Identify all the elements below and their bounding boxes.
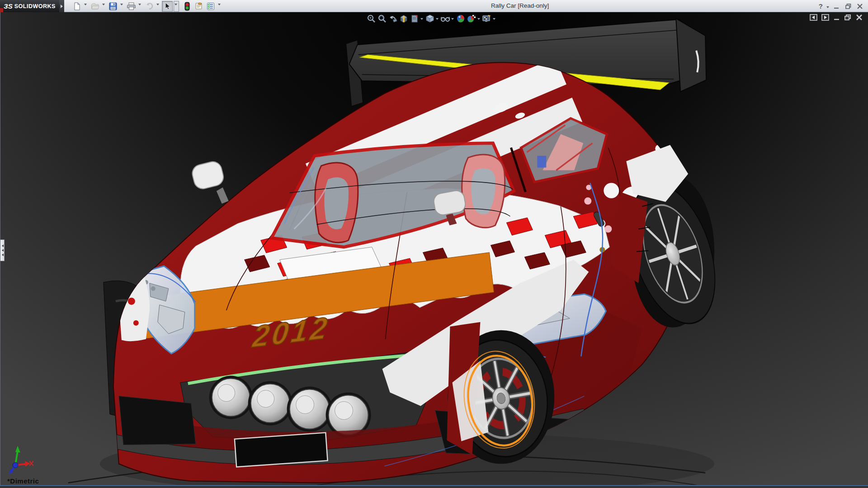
taskbar-edge: [0, 485, 868, 488]
dropdown-caret-icon: [175, 4, 177, 7]
file-properties-icon: [194, 2, 203, 10]
previous-view-button[interactable]: [387, 13, 398, 23]
pane-right-icon: [821, 14, 829, 21]
view-orientation-icon: [425, 14, 434, 23]
new-document-icon: [73, 2, 81, 10]
restore-icon: [845, 3, 852, 9]
graphics-viewport[interactable]: 2012: [0, 12, 868, 485]
select-button[interactable]: [162, 1, 173, 12]
minimize-button[interactable]: [832, 2, 841, 11]
window-controls: ?: [818, 0, 864, 12]
heads-up-view-toolbar: [366, 13, 496, 23]
apply-scene-button[interactable]: [466, 13, 476, 23]
dropdown-caret-icon: [102, 4, 105, 7]
open-dropdown[interactable]: [101, 1, 107, 12]
pane-right-button[interactable]: [821, 14, 829, 21]
restore-document-icon: [844, 14, 852, 21]
undo-dropdown[interactable]: [156, 1, 161, 12]
help-dropdown[interactable]: [826, 6, 829, 9]
solidworks-logo: ЗS SOLIDWORKS: [0, 0, 59, 12]
display-style-dropdown[interactable]: [420, 18, 423, 21]
edit-appearance-icon: [456, 14, 465, 23]
racing-seat-right: [462, 155, 505, 228]
dropdown-caret-icon: [138, 4, 141, 7]
select-cursor-icon: [164, 2, 171, 10]
options-dropdown[interactable]: [217, 1, 222, 12]
close-document-icon: [856, 14, 863, 21]
view-orientation-button[interactable]: [425, 13, 435, 23]
open-button[interactable]: [90, 1, 100, 12]
bumper-mesh-left: [119, 396, 196, 445]
undo-icon: [145, 2, 154, 10]
solidworks-logo-text: SOLIDWORKS: [14, 3, 56, 9]
zoom-to-area-icon: [377, 14, 387, 23]
zoom-to-fit-icon: [367, 14, 376, 23]
minimize-document-icon: [833, 14, 840, 21]
racing-seat-left: [315, 163, 358, 243]
options-button[interactable]: [205, 1, 216, 12]
new-document-button[interactable]: [71, 1, 82, 12]
previous-view-icon: [388, 14, 397, 23]
feature-tree-flyout-tab[interactable]: [0, 239, 5, 261]
select-dropdown[interactable]: [174, 1, 179, 12]
print-dropdown[interactable]: [137, 1, 143, 12]
minimize-icon: [833, 3, 840, 9]
save-icon: [109, 2, 117, 10]
restore-button[interactable]: [844, 2, 853, 11]
section-view-button[interactable]: [398, 13, 409, 23]
view-settings-icon: [482, 14, 492, 23]
save-dropdown[interactable]: [119, 1, 125, 12]
license-plate: [235, 432, 328, 467]
zoom-to-area-button[interactable]: [377, 13, 387, 23]
section-view-icon: [399, 14, 408, 23]
wing-endplate: [676, 19, 706, 92]
main-toolbar: [71, 0, 222, 12]
rebuild-traffic-light-icon: [184, 2, 190, 11]
close-button[interactable]: [855, 2, 864, 11]
help-button[interactable]: ?: [818, 2, 824, 10]
dropdown-caret-icon: [120, 4, 123, 7]
flyout-arrow-icon: [0, 253, 4, 256]
expander-arrow-icon: [61, 5, 65, 8]
flyout-arrow-icon: [0, 244, 4, 247]
close-document-button[interactable]: [856, 14, 863, 21]
dropdown-caret-icon: [218, 4, 221, 7]
graphics-area[interactable]: 2012: [0, 12, 868, 485]
hide-show-items-button[interactable]: [440, 13, 450, 23]
close-icon: [857, 3, 863, 9]
ds-logo-mark: ЗS: [4, 2, 13, 10]
zoom-to-fit-button[interactable]: [366, 13, 376, 23]
minimize-document-button[interactable]: [833, 14, 840, 21]
document-window-controls: [810, 14, 863, 21]
apply-scene-dropdown[interactable]: [477, 18, 480, 21]
print-icon: [127, 2, 136, 10]
flyout-arrow-icon: [0, 249, 4, 252]
save-button[interactable]: [108, 1, 118, 12]
window-title: Rally Car [Read-only]: [491, 2, 549, 9]
mirror-left[interactable]: [190, 160, 229, 204]
new-document-dropdown[interactable]: [83, 1, 89, 12]
reference-triad: [9, 446, 33, 474]
view-orientation-dropdown[interactable]: [436, 18, 439, 21]
rebuild-button[interactable]: [182, 1, 193, 12]
orientation-label: *Dimetric: [7, 477, 39, 485]
title-bar: ЗS SOLIDWORKS: [0, 0, 868, 12]
undo-button[interactable]: [144, 1, 155, 12]
hide-show-items-dropdown[interactable]: [451, 18, 454, 21]
logo-red-accent: [0, 8, 3, 12]
view-settings-button[interactable]: [481, 13, 492, 23]
edit-appearance-button[interactable]: [455, 13, 466, 23]
pane-left-button[interactable]: [810, 14, 817, 21]
view-settings-dropdown[interactable]: [493, 18, 495, 21]
pane-left-icon: [810, 14, 817, 21]
restore-document-button[interactable]: [844, 14, 852, 21]
menu-expander-button[interactable]: [59, 0, 64, 12]
dropdown-caret-icon: [84, 4, 87, 7]
display-style-icon: [410, 14, 419, 23]
open-icon: [91, 2, 99, 10]
display-style-button[interactable]: [409, 13, 420, 23]
hide-show-items-icon: [440, 14, 450, 23]
dropdown-caret-icon: [156, 4, 159, 7]
file-properties-button[interactable]: [193, 1, 204, 12]
print-button[interactable]: [126, 1, 137, 12]
